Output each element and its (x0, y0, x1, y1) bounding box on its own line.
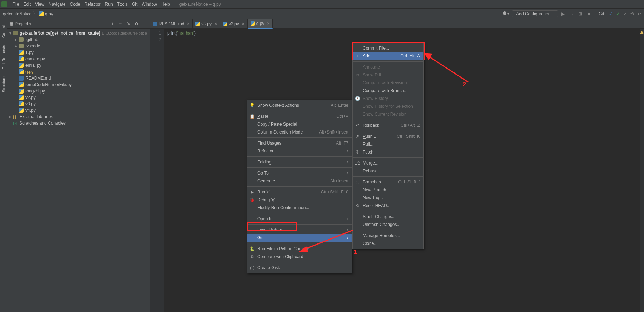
breadcrumb-root[interactable]: getxaufeNotice (3, 11, 31, 16)
ctx-local-history[interactable]: Local History› (247, 226, 352, 234)
close-icon[interactable]: × (187, 21, 189, 26)
expand-icon[interactable]: ≡ (119, 21, 124, 26)
git-update-icon[interactable]: ✓ (609, 11, 613, 16)
vertical-tab-pull-requests[interactable]: Pull Requests (1, 41, 6, 73)
git-branches[interactable]: ⎌Branches...Ctrl+Shift+` (353, 178, 423, 186)
ctx-find-usages[interactable]: Find UsagesAlt+F7 (247, 139, 352, 147)
tree-external-libraries[interactable]: ▸⫿⫿External Libraries (7, 114, 150, 120)
run-icon[interactable]: ▶ (561, 11, 566, 16)
tree-file-README-md[interactable]: README.md (7, 75, 150, 81)
editor-tab-q-py[interactable]: q.py× (248, 19, 273, 29)
tree-file-v4-py[interactable]: v4.py (7, 107, 150, 114)
tree-scratches[interactable]: ◳Scratches and Consoles (7, 120, 150, 126)
ctx-open-in[interactable]: Open In› (247, 215, 352, 223)
tree-root[interactable]: ▾getxaufeNotice [get_notice_from_xaufe]D… (7, 30, 150, 36)
git-push-icon[interactable]: ↗ (623, 11, 627, 16)
tree-file-tongzhi-py[interactable]: tongzhi.py (7, 88, 150, 94)
tree-file-tempCodeRunnerFile-py[interactable]: tempCodeRunnerFile.py (7, 81, 150, 88)
ctx-compare-with-clipboard[interactable]: ⧉Compare with Clipboard (247, 253, 352, 261)
git-add[interactable]: ＋AddCtrl+Alt+A (353, 52, 423, 60)
debug-icon[interactable]: ⌁ (570, 11, 575, 16)
git-fetch[interactable]: ↧Fetch (353, 148, 423, 156)
ctx-folding[interactable]: Folding› (247, 158, 352, 166)
close-icon[interactable]: × (267, 21, 269, 26)
settings-icon[interactable]: ✿ (135, 21, 140, 26)
menu-item-git[interactable]: Git (130, 0, 139, 9)
user-icon[interactable] (502, 11, 509, 16)
tree-file-v3-py[interactable]: v3.py (7, 101, 150, 107)
menu-label: Open In (257, 216, 273, 221)
ctx-generate[interactable]: Generate...Alt+Insert (247, 177, 352, 185)
collapse-icon[interactable]: ⇲ (127, 21, 132, 26)
ctx-create-gist[interactable]: ◯Create Gist... (247, 264, 352, 272)
ctx-run-q[interactable]: ▶Run 'q'Ctrl+Shift+F10 (247, 188, 352, 196)
coverage-icon[interactable]: ⊞ (579, 11, 584, 16)
locate-icon[interactable]: ⌖ (111, 21, 116, 26)
editor-context-menu[interactable]: 💡Show Context ActionsAlt+Enter📋PasteCtrl… (247, 100, 352, 273)
menu-item-tools[interactable]: Tools (115, 0, 130, 9)
close-icon[interactable]: × (214, 21, 217, 26)
editor-tab-v3-py[interactable]: v3.py× (193, 19, 220, 29)
git-push[interactable]: ↗Push...Ctrl+Shift+K (353, 132, 423, 140)
menu-item-refactor[interactable]: Refactor (82, 0, 103, 9)
hide-icon[interactable]: — (143, 21, 148, 26)
tree-file-emial-py[interactable]: emial.py (7, 62, 150, 69)
editor-tab-README-md[interactable]: README.md× (150, 19, 193, 29)
editor-tab-v2-py[interactable]: v2.py× (220, 19, 248, 29)
project-tree[interactable]: ▾getxaufeNotice [get_notice_from_xaufe]D… (7, 29, 150, 312)
ctx-copy-paste-special[interactable]: Copy / Paste Special› (247, 120, 352, 128)
git-unstash-changes[interactable]: Unstash Changes... (353, 221, 423, 228)
git-rebase[interactable]: Rebase... (353, 167, 423, 175)
chevron-down-icon[interactable]: ▾ (29, 21, 31, 26)
add-configuration-button[interactable]: Add Configuration... (512, 10, 558, 17)
ctx-column-selection-mode[interactable]: Column Selection ModeAlt+Shift+Insert (247, 128, 352, 136)
git-rollback[interactable]: ↶Rollback...Ctrl+Alt+Z (353, 121, 423, 129)
ctx-run-file-in-python-console[interactable]: 🐍Run File in Python Console (247, 245, 352, 253)
vertical-tab-structure[interactable]: Structure (1, 73, 6, 96)
menu-item-run[interactable]: Run (103, 0, 115, 9)
git-merge[interactable]: ⎇Merge... (353, 159, 423, 167)
stop-icon[interactable]: ■ (587, 11, 592, 16)
menu-item-help[interactable]: Help (159, 0, 172, 9)
ctx-git[interactable]: Git› (247, 234, 352, 242)
tree-file-q-py[interactable]: q.py (7, 69, 150, 75)
git-manage-remotes[interactable]: Manage Remotes... (353, 232, 423, 240)
vertical-tab-commit[interactable]: Commit (1, 21, 6, 41)
menu-item-code[interactable]: Code (68, 0, 82, 9)
breadcrumb-file[interactable]: q.py (45, 11, 53, 16)
project-title[interactable]: Project (15, 21, 28, 26)
ctx-show-context-actions[interactable]: 💡Show Context ActionsAlt+Enter (247, 101, 352, 109)
git-pull[interactable]: Pull... (353, 140, 423, 148)
tree-file-1-py[interactable]: 1.py (7, 49, 150, 56)
git-submenu[interactable]: Commit File...＋AddCtrl+Alt+AAnnotate⧉Sho… (352, 42, 424, 249)
ctx-paste[interactable]: 📋PasteCtrl+V (247, 112, 352, 120)
git-commit-file[interactable]: Commit File... (353, 44, 423, 52)
ctx-go-to[interactable]: Go To› (247, 169, 352, 177)
git-commit-icon[interactable]: ✓ (616, 11, 620, 16)
warning-icon[interactable] (640, 31, 644, 34)
git-revert-icon[interactable]: ↩ (638, 11, 641, 16)
close-icon[interactable]: × (242, 21, 244, 26)
menu-item-edit[interactable]: Edit (21, 0, 33, 9)
ctx-refactor[interactable]: Refactor› (247, 147, 352, 155)
git-new-tag[interactable]: New Tag... (353, 194, 423, 202)
git-new-branch[interactable]: New Branch... (353, 186, 423, 194)
menu-item-navigate[interactable]: Navigate (46, 0, 68, 9)
tree-folder-vscode[interactable]: ▸.vscode (7, 43, 150, 49)
tree-folder-github[interactable]: ▸.github (7, 36, 150, 43)
code-string: "hanhan" (177, 31, 194, 36)
breadcrumb[interactable]: getxaufeNotice 〉 q.py (3, 11, 53, 17)
git-compare-with-branch[interactable]: Compare with Branch... (353, 87, 423, 95)
menu-item-view[interactable]: View (33, 0, 46, 9)
git-stash-changes[interactable]: Stash Changes... (353, 213, 423, 221)
menu-separator (247, 167, 352, 168)
tree-file-cankao-py[interactable]: cankao.py (7, 56, 150, 62)
git-reset-head[interactable]: ⟲Reset HEAD... (353, 202, 423, 210)
ctx-modify-run-configuration[interactable]: Modify Run Configuration... (247, 204, 352, 212)
menu-item-file[interactable]: File (10, 0, 21, 9)
git-clone[interactable]: Clone... (353, 240, 423, 247)
tree-file-v2-py[interactable]: v2.py (7, 94, 150, 101)
ctx-debug-q[interactable]: 🐞Debug 'q' (247, 196, 352, 204)
menu-item-window[interactable]: Window (139, 0, 159, 9)
git-history-icon[interactable]: ⟲ (630, 11, 634, 16)
